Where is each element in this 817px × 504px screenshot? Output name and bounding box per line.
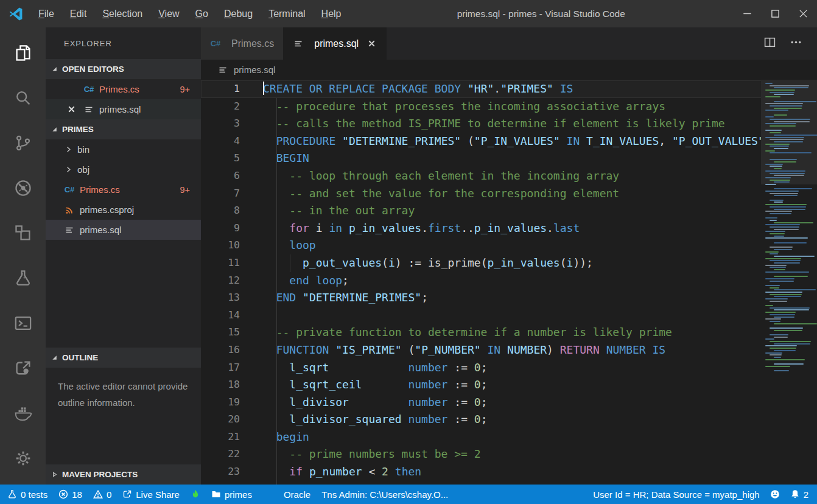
code-line-24[interactable]: 24 l_retval := TO_NOT_A_PRIME; xyxy=(201,481,817,485)
line-number[interactable]: 10 xyxy=(201,237,240,254)
close-tab-icon[interactable] xyxy=(366,38,377,49)
minimize-button[interactable] xyxy=(733,0,761,27)
line-number[interactable]: 23 xyxy=(201,463,240,481)
code-line-12[interactable]: 12 end loop; xyxy=(201,272,817,290)
open-editor-primes-sql[interactable]: primes.sql xyxy=(46,99,201,119)
minimap[interactable] xyxy=(761,80,817,485)
line-number[interactable]: 5 xyxy=(201,150,240,167)
code-line-3[interactable]: 3 -- calls the method IS_PRIME to determ… xyxy=(201,115,817,133)
code-line-21[interactable]: 21 begin xyxy=(201,429,817,446)
status-flame[interactable] xyxy=(191,489,200,499)
line-number[interactable]: 22 xyxy=(201,446,240,463)
code-line-20[interactable]: 20 l_divisor_squared number := 0; xyxy=(201,411,817,429)
menu-item-file[interactable]: File xyxy=(30,0,62,27)
split-editor-button[interactable] xyxy=(763,36,776,51)
activity-test-icon[interactable] xyxy=(0,256,46,301)
line-number[interactable]: 20 xyxy=(201,411,240,429)
menu-item-go[interactable]: Go xyxy=(188,0,216,27)
code-line-10[interactable]: 10 loop xyxy=(201,237,817,254)
line-number[interactable]: 21 xyxy=(201,429,240,446)
maven-projects-header[interactable]: MAVEN PROJECTS xyxy=(46,464,201,485)
activity-explorer-icon[interactable] xyxy=(0,30,46,75)
line-number[interactable]: 18 xyxy=(201,376,240,394)
tab-primes-cs[interactable]: C#Primes.cs xyxy=(201,27,284,60)
code-line-4[interactable]: 4 PROCEDURE "DETERMINE_PRIMES" ("P_IN_VA… xyxy=(201,133,817,150)
tree-item-primes-sql[interactable]: primes.sql xyxy=(46,220,201,240)
code-line-15[interactable]: 15 -- private function to determine if a… xyxy=(201,324,817,341)
line-number[interactable]: 3 xyxy=(201,115,240,133)
tree-item-bin[interactable]: bin xyxy=(46,139,201,159)
line-number[interactable]: 12 xyxy=(201,272,240,290)
code-line-18[interactable]: 18 l_sqrt_ceil number := 0; xyxy=(201,376,817,394)
menu-item-selection[interactable]: Selection xyxy=(94,0,150,27)
code-line-17[interactable]: 17 l_sqrt number := 0; xyxy=(201,359,817,377)
status-18[interactable]: 18 xyxy=(58,489,82,500)
close-icon[interactable] xyxy=(66,104,77,114)
code-line-23[interactable]: 23 if p_number < 2 then xyxy=(201,463,817,481)
tree-item-primes-csproj[interactable]: primes.csproj xyxy=(46,200,201,220)
line-number[interactable]: 19 xyxy=(201,394,240,411)
activity-extensions-icon[interactable] xyxy=(0,211,46,256)
code-line-2[interactable]: 2 -- procedure that processes the incomi… xyxy=(201,98,817,116)
line-number[interactable]: 4 xyxy=(201,133,240,150)
status-0-tests[interactable]: 0 tests xyxy=(7,489,47,500)
activity-docker-icon[interactable] xyxy=(0,391,46,436)
line-number[interactable]: 14 xyxy=(201,307,240,324)
more-actions-button[interactable] xyxy=(790,36,802,51)
activity-source-control-icon[interactable] xyxy=(0,121,46,166)
code-line-9[interactable]: 9 for i in p_in_values.first..p_in_value… xyxy=(201,220,817,237)
line-number[interactable]: 15 xyxy=(201,324,240,341)
activity-search-icon[interactable] xyxy=(0,75,46,121)
activity-debug-icon[interactable] xyxy=(0,166,46,211)
code-line-7[interactable]: 7 -- and set the value for the correspon… xyxy=(201,185,817,203)
activity-live-share-icon[interactable] xyxy=(0,346,46,391)
status-tns-admin-c-users-cshay-[interactable]: Tns Admin: C:\Users\cshay.O... xyxy=(321,489,448,500)
code-line-22[interactable]: 22 -- prime numbers must be >= 2 xyxy=(201,446,817,463)
code-line-14[interactable]: 14 xyxy=(201,307,817,324)
status-2[interactable]: 2 xyxy=(790,489,808,500)
line-number[interactable]: 13 xyxy=(201,289,240,307)
line-number[interactable]: 11 xyxy=(201,254,240,272)
line-number[interactable]: 24 xyxy=(201,481,240,485)
status-live-share[interactable]: Live Share xyxy=(122,489,180,500)
status-smiley[interactable] xyxy=(770,489,780,499)
code-line-16[interactable]: 16 FUNCTION "IS_PRIME" ("P_NUMBER" IN NU… xyxy=(201,341,817,359)
line-number[interactable]: 17 xyxy=(201,359,240,377)
breadcrumb-item-file[interactable]: primes.sql xyxy=(234,65,275,75)
status-user-id-hr-data-source-m[interactable]: User Id = HR; Data Source = myatp_high xyxy=(593,489,759,500)
line-number[interactable]: 8 xyxy=(201,202,240,220)
menu-item-help[interactable]: Help xyxy=(314,0,349,27)
maximize-button[interactable] xyxy=(761,0,789,27)
status-0[interactable]: 0 xyxy=(93,489,111,500)
menu-item-terminal[interactable]: Terminal xyxy=(261,0,313,27)
code-line-8[interactable]: 8 -- in the out array xyxy=(201,202,817,220)
line-number[interactable]: 1 xyxy=(201,80,240,98)
project-section-header[interactable]: PRIMES xyxy=(46,119,201,139)
line-number[interactable]: 7 xyxy=(201,185,240,203)
line-number[interactable]: 6 xyxy=(201,167,240,185)
code-line-19[interactable]: 19 l_divisor number := 0; xyxy=(201,394,817,411)
menu-item-debug[interactable]: Debug xyxy=(216,0,261,27)
open-editors-header[interactable]: OPEN EDITORS xyxy=(46,59,201,79)
open-editor-primes-cs[interactable]: C#Primes.cs9+ xyxy=(46,79,201,99)
code-editor[interactable]: 1CREATE OR REPLACE PACKAGE BODY "HR"."PR… xyxy=(201,80,817,485)
activity-settings-icon[interactable] xyxy=(0,436,46,481)
status-oracle[interactable]: Oracle xyxy=(284,489,310,500)
code-line-1[interactable]: 1CREATE OR REPLACE PACKAGE BODY "HR"."PR… xyxy=(201,80,817,98)
activity-powershell-icon[interactable] xyxy=(0,301,46,346)
menu-item-view[interactable]: View xyxy=(150,0,187,27)
line-number[interactable]: 16 xyxy=(201,341,240,359)
line-number[interactable]: 9 xyxy=(201,220,240,237)
code-line-6[interactable]: 6 -- loop through each element in the in… xyxy=(201,167,817,185)
tree-item-primes-cs[interactable]: C#Primes.cs9+ xyxy=(46,180,201,200)
code-line-5[interactable]: 5 BEGIN xyxy=(201,150,817,167)
code-line-11[interactable]: 11 p_out_values(i) := is_prime(p_in_valu… xyxy=(201,254,817,272)
close-button[interactable] xyxy=(789,0,817,27)
tree-item-obj[interactable]: obj xyxy=(46,159,201,180)
outline-header[interactable]: OUTLINE xyxy=(46,348,201,368)
code-line-13[interactable]: 13 END "DETERMINE_PRIMES"; xyxy=(201,289,817,307)
status-primes[interactable]: primes xyxy=(211,489,252,500)
line-number[interactable]: 2 xyxy=(201,98,240,116)
menu-item-edit[interactable]: Edit xyxy=(62,0,95,27)
tab-primes-sql[interactable]: primes.sql xyxy=(284,27,387,60)
